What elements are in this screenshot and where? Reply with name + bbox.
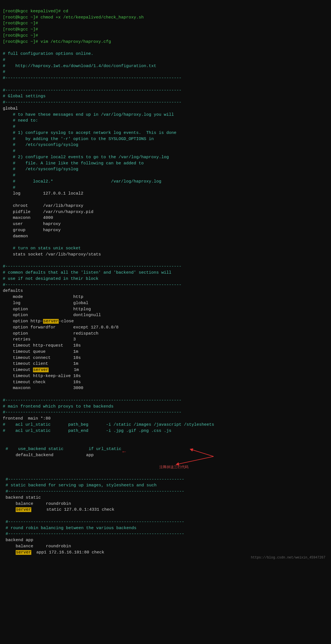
svg-line-0 — [191, 449, 214, 456]
terminal-bottom: #---------------------------------------… — [3, 470, 328, 556]
line-3: [root@kgcc ~]# — [3, 21, 38, 26]
highlight-server-3: server — [16, 507, 31, 512]
comment-full-config: # full configuration options online. — [3, 51, 93, 56]
highlight-server-4: server — [16, 550, 31, 555]
highlight-server-1: server — [43, 319, 59, 324]
url-footer: https://blog.csdn.net/weixin_45947267 — [3, 555, 328, 560]
line-1: [root@kgcc keepalived]# cd — [3, 9, 68, 14]
line-2: [root@kgcc ~]# chmod +x /etc/keepalived/… — [3, 15, 144, 20]
terminal-output: [root@kgcc keepalived]# cd [root@kgcc ~]… — [3, 2, 328, 440]
line-6: [root@kgcc ~]# vim /etc/haproxy/haproxy.… — [3, 39, 111, 44]
zh-annotation: 注释掉这三行代码 — [6, 465, 188, 469]
and-text: and — [103, 270, 111, 275]
use-backend-static-text: use_backend static — [18, 447, 63, 451]
highlight-server-2: server — [33, 368, 49, 372]
annotation-arrows — [205, 443, 269, 478]
line-5: [root@kgcc ~]# — [3, 33, 38, 38]
svg-line-1 — [177, 456, 214, 464]
use-backend-line: # use_backend static if url_static — [6, 447, 124, 451]
line-4: [root@kgcc ~]# — [3, 27, 38, 32]
